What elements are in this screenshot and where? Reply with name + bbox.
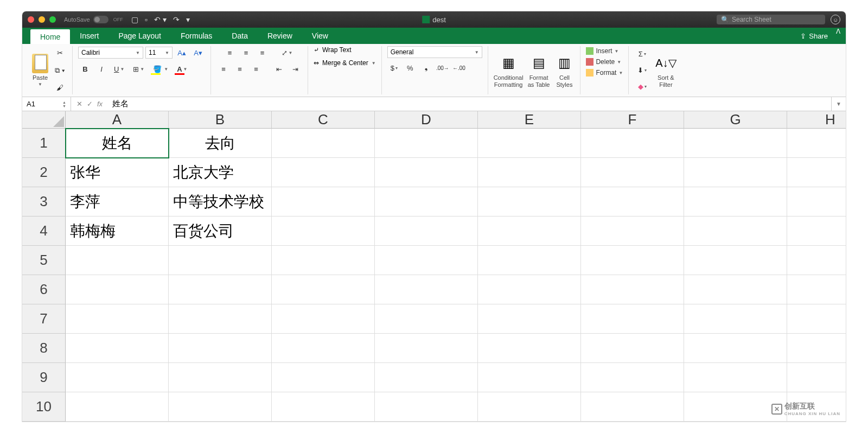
cell-B8[interactable] xyxy=(169,334,272,363)
cut-icon[interactable]: ✂ xyxy=(53,47,67,60)
cell-G2[interactable] xyxy=(684,158,787,187)
cell-H2[interactable] xyxy=(787,158,846,187)
cell-G9[interactable] xyxy=(684,363,787,392)
column-header-H[interactable]: H xyxy=(787,111,846,129)
cell-D3[interactable] xyxy=(375,187,478,217)
cell-A7[interactable] xyxy=(66,304,169,334)
cell-B5[interactable] xyxy=(169,246,272,275)
cell-G6[interactable] xyxy=(684,275,787,304)
row-header-1[interactable]: 1 xyxy=(22,129,66,158)
cell-D1[interactable] xyxy=(375,129,478,158)
tab-formulas[interactable]: Formulas xyxy=(171,28,222,44)
cell-D4[interactable] xyxy=(375,217,478,246)
cell-H9[interactable] xyxy=(787,363,846,392)
cell-E9[interactable] xyxy=(478,363,581,392)
cell-C1[interactable] xyxy=(272,129,375,158)
merge-center-button[interactable]: ⇔Merge & Center▼ xyxy=(314,59,376,67)
orientation-icon[interactable]: ⤢ ▼ xyxy=(278,46,296,59)
tab-data[interactable]: Data xyxy=(222,28,258,44)
bold-button[interactable]: B xyxy=(78,62,92,75)
fill-color-button[interactable]: 🪣 ▼ xyxy=(150,62,171,75)
currency-icon[interactable]: $ ▾ xyxy=(387,61,401,74)
cell-D10[interactable] xyxy=(375,392,478,422)
paste-dropdown-icon[interactable]: ▼ xyxy=(38,82,42,87)
increase-indent-icon[interactable]: ⇥ xyxy=(288,62,302,75)
autosave[interactable]: AutoSave OFF xyxy=(64,16,123,23)
font-name-dropdown[interactable]: Calibri▼ xyxy=(78,47,143,59)
autosave-toggle[interactable] xyxy=(93,16,108,23)
cell-E2[interactable] xyxy=(478,158,581,187)
align-left-icon[interactable]: ≡ xyxy=(216,62,231,75)
fill-icon[interactable]: ⬇ ▾ xyxy=(634,64,650,77)
align-top-icon[interactable]: ≡ xyxy=(223,46,237,59)
cell-A3[interactable]: 李萍 xyxy=(66,187,169,217)
cell-A6[interactable] xyxy=(66,275,169,304)
user-account-icon[interactable]: ☺ xyxy=(831,15,840,24)
cell-H4[interactable] xyxy=(787,217,846,246)
paste-button[interactable]: Paste ▼ xyxy=(32,54,48,87)
share-button[interactable]: ⇪ Share xyxy=(792,28,836,44)
cell-F10[interactable] xyxy=(581,392,684,422)
tab-review[interactable]: Review xyxy=(258,28,302,44)
underline-button[interactable]: U ▼ xyxy=(111,62,127,75)
cell-H6[interactable] xyxy=(787,275,846,304)
row-header-6[interactable]: 6 xyxy=(22,275,66,304)
align-right-icon[interactable]: ≡ xyxy=(249,62,263,75)
cell-styles-button[interactable]: ▥ Cell Styles xyxy=(554,53,575,87)
number-format-dropdown[interactable]: General▼ xyxy=(387,46,482,58)
sort-filter-button[interactable]: A↓▽ Sort & Filter xyxy=(655,53,676,87)
cell-E10[interactable] xyxy=(478,392,581,422)
cell-B7[interactable] xyxy=(169,304,272,334)
cell-F1[interactable] xyxy=(581,129,684,158)
cell-C3[interactable] xyxy=(272,187,375,217)
copy-icon[interactable]: ⧉ ▾ xyxy=(53,64,67,77)
cell-A5[interactable] xyxy=(66,246,169,275)
decrease-indent-icon[interactable]: ⇤ xyxy=(272,62,286,75)
select-all-corner[interactable] xyxy=(22,111,66,129)
decrease-font-icon[interactable]: A▾ xyxy=(191,46,205,59)
cell-G4[interactable] xyxy=(684,217,787,246)
cell-C2[interactable] xyxy=(272,158,375,187)
cell-C8[interactable] xyxy=(272,334,375,363)
column-header-D[interactable]: D xyxy=(375,111,478,129)
fx-icon[interactable]: fx xyxy=(97,100,103,108)
row-header-3[interactable]: 3 xyxy=(22,187,66,217)
cell-F2[interactable] xyxy=(581,158,684,187)
comma-icon[interactable]: ❟ xyxy=(419,61,433,74)
column-header-E[interactable]: E xyxy=(478,111,581,129)
cell-C10[interactable] xyxy=(272,392,375,422)
cell-D8[interactable] xyxy=(375,334,478,363)
font-color-button[interactable]: A ▼ xyxy=(174,62,190,75)
enter-formula-icon[interactable]: ✓ xyxy=(87,100,93,108)
maximize-button[interactable] xyxy=(49,16,56,23)
format-as-table-button[interactable]: ▤ Format as Table xyxy=(528,53,550,87)
cell-D5[interactable] xyxy=(375,246,478,275)
search-sheet[interactable]: 🔍 Search Sheet xyxy=(717,15,825,24)
cell-F9[interactable] xyxy=(581,363,684,392)
cell-E8[interactable] xyxy=(478,334,581,363)
cell-G1[interactable] xyxy=(684,129,787,158)
row-header-5[interactable]: 5 xyxy=(22,246,66,275)
cell-D9[interactable] xyxy=(375,363,478,392)
cell-H7[interactable] xyxy=(787,304,846,334)
align-bottom-icon[interactable]: ≡ xyxy=(256,46,270,59)
column-header-G[interactable]: G xyxy=(684,111,787,129)
cell-B6[interactable] xyxy=(169,275,272,304)
cell-A2[interactable]: 张华 xyxy=(66,158,169,187)
cell-F8[interactable] xyxy=(581,334,684,363)
new-icon[interactable]: ▢ xyxy=(131,15,138,24)
wrap-text-button[interactable]: ⤶Wrap Text xyxy=(314,46,352,54)
tab-home[interactable]: Home xyxy=(30,29,70,44)
row-header-2[interactable]: 2 xyxy=(22,158,66,187)
formula-input[interactable]: 姓名 xyxy=(108,99,831,109)
decrease-decimal-icon[interactable]: ←.00 xyxy=(452,61,466,74)
row-header-9[interactable]: 9 xyxy=(22,363,66,392)
undo-icon[interactable]: ↶ ▾ xyxy=(154,15,167,24)
collapse-ribbon-icon[interactable]: ᐱ xyxy=(836,28,840,44)
cell-G8[interactable] xyxy=(684,334,787,363)
column-header-B[interactable]: B xyxy=(169,111,272,129)
redo-icon[interactable]: ↷ xyxy=(173,15,180,24)
cell-D6[interactable] xyxy=(375,275,478,304)
cell-E6[interactable] xyxy=(478,275,581,304)
percent-icon[interactable]: % xyxy=(403,61,417,74)
